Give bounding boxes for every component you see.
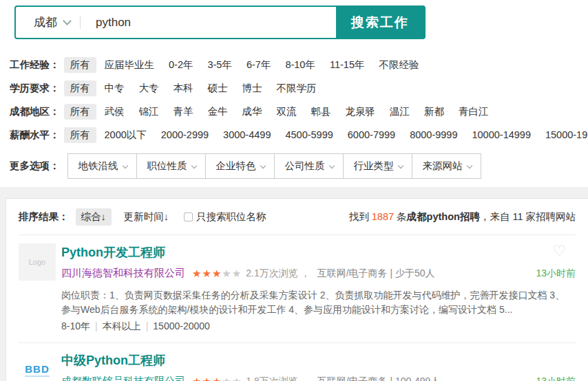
filter-option[interactable]: 所有 (64, 127, 96, 143)
company-logo: Logo (19, 243, 56, 281)
job-education: 本科以上 (103, 320, 141, 331)
job-listing: BBD 中级Python工程师 成都数联铭品科技有限公司 ★★★★★ 1.8万次… (19, 343, 576, 381)
filter-label: 薪酬水平： (10, 129, 60, 142)
job-meta: 8-10年|本科以上|15000-20000 (61, 320, 576, 333)
filter-option[interactable]: 0-2年 (162, 57, 199, 73)
result-keyword: 成都python招聘 (407, 211, 480, 222)
meta-divider: | (95, 320, 98, 331)
filter-option[interactable]: 15000-19999 (539, 128, 588, 142)
summary-tail: 家招聘网站 (523, 211, 576, 222)
filter-option[interactable]: 4500-5999 (279, 128, 339, 142)
filter-option[interactable]: 所有 (64, 80, 96, 96)
dropdown-company-type[interactable]: 公司性质 (274, 153, 344, 179)
filter-option[interactable]: 6-7年 (240, 57, 277, 73)
filter-option[interactable]: 郫县 (305, 104, 337, 120)
job-title-link[interactable]: 中级Python工程师 (61, 352, 165, 369)
filter-option[interactable]: 武侯 (98, 104, 131, 120)
filter-option[interactable]: 温江 (384, 104, 416, 120)
filter-row-experience: 工作经验： 所有 应届毕业生 0-2年 3-5年 6-7年 8-10年 11-1… (10, 57, 588, 72)
chevron-down-icon (122, 162, 127, 168)
company-row: 成都数联铭品科技有限公司 ★★★★★ 1.8万次浏览 ， 互联网/电子商务 | … (61, 375, 576, 381)
results-panel: 排序结果： 综合↓ 更新时间↓ 只搜索职位名称 找到 1887 条成都pytho… (6, 198, 588, 381)
title-only-checkbox-wrap[interactable]: 只搜索职位名称 (184, 210, 266, 224)
filter-option[interactable]: 金牛 (202, 104, 234, 120)
filter-row-salary: 薪酬水平： 所有 2000以下 2000-2999 3000-4499 4500… (10, 127, 588, 142)
search-input[interactable] (81, 7, 336, 38)
filter-row-education: 学历要求： 所有 中专 大专 本科 硕士 博士 不限学历 (10, 80, 588, 96)
filter-option[interactable]: 所有 (64, 57, 96, 73)
filter-option[interactable]: 11-15年 (324, 57, 371, 73)
filter-option[interactable]: 8-10年 (279, 57, 322, 73)
view-count: 1.8万次浏览 ， (246, 375, 310, 381)
filter-option[interactable]: 青羊 (167, 104, 200, 120)
city-selector[interactable]: 成都 (16, 7, 80, 38)
job-title-link[interactable]: Python开发工程师 (61, 244, 165, 261)
filter-option[interactable]: 10000-14999 (465, 128, 536, 142)
filter-option[interactable]: 中专 (98, 80, 131, 96)
favorite-heart-icon[interactable]: ♡ (552, 243, 566, 259)
filter-label: 工作经验： (10, 58, 60, 72)
dropdown-industry-type[interactable]: 行业类型 (343, 153, 412, 179)
filter-option[interactable]: 应届毕业生 (98, 57, 161, 73)
company-link[interactable]: 四川海德智和科技有限公司 (61, 267, 185, 280)
filter-option[interactable]: 新都 (418, 104, 450, 120)
filter-option[interactable]: 3000-4499 (217, 128, 277, 142)
job-experience: 8-10年 (61, 320, 90, 331)
filter-option[interactable]: 博士 (236, 80, 269, 96)
dropdown-label: 职位性质 (147, 160, 187, 173)
filter-label: 成都地区： (10, 105, 60, 118)
search-bar: 成都 搜索工作 (14, 6, 426, 39)
results-region: 排序结果： 综合↓ 更新时间↓ 只搜索职位名称 找到 1887 条成都pytho… (0, 187, 588, 381)
site-count: 11 (512, 211, 523, 222)
checkbox-icon[interactable] (184, 213, 193, 221)
summary-prefix: 找到 (349, 211, 372, 222)
summary-mid: 条 (394, 211, 407, 222)
sort-label: 排序结果： (19, 210, 69, 224)
filter-option[interactable]: 8000-9999 (403, 128, 463, 142)
search-button[interactable]: 搜索工作 (336, 7, 424, 38)
filter-option[interactable]: 锦江 (133, 104, 165, 120)
industry-size: 互联网/电子商务 | 少于50人 (317, 268, 435, 280)
filter-option[interactable]: 硕士 (202, 80, 234, 96)
meta-divider: | (146, 320, 149, 331)
company-logo-text: BBD (25, 363, 50, 377)
filter-option[interactable]: 所有 (64, 104, 96, 120)
filter-option[interactable]: 不限经验 (372, 57, 425, 73)
dropdown-source-site[interactable]: 来源网站 (412, 153, 481, 179)
dropdown-label: 来源网站 (423, 160, 463, 173)
more-options-dropdowns: 地铁沿线 职位性质 企业特色 公司性质 行业类型 来源网站 (68, 153, 481, 179)
dropdown-job-nature[interactable]: 职位性质 (136, 153, 206, 179)
dropdown-label: 企业特色 (216, 160, 256, 173)
company-link[interactable]: 成都数联铭品科技有限公司 (61, 375, 185, 381)
job-main: 中级Python工程师 成都数联铭品科技有限公司 ★★★★★ 1.8万次浏览 ，… (61, 351, 576, 381)
rating-stars-icon: ★★★★★ (192, 268, 242, 280)
filter-option[interactable]: 大专 (133, 80, 165, 96)
industry-size: 互联网/电子商务 | 100-499人 (317, 375, 441, 381)
company-logo-text: Logo (29, 258, 45, 266)
result-count: 1887 (372, 211, 394, 222)
filter-option[interactable]: 本科 (167, 80, 200, 96)
sort-update-time-button[interactable]: 更新时间↓ (118, 208, 174, 226)
chevron-down-icon (466, 162, 472, 168)
job-description: 岗位职责：1、负责网页数据采集任务的分析及采集方案设计 2、负责抓取功能开发与代… (61, 288, 576, 317)
sort-comprehensive-button[interactable]: 综合↓ (76, 208, 112, 226)
result-summary: 找到 1887 条成都python招聘，来自 11 家招聘网站 (349, 210, 576, 224)
filter-option[interactable]: 2000-2999 (155, 128, 215, 142)
filter-option[interactable]: 青白江 (452, 104, 495, 120)
chevron-down-icon (260, 162, 265, 168)
filter-option[interactable]: 龙泉驿 (339, 104, 382, 120)
filter-option[interactable]: 2000以下 (98, 127, 153, 143)
filter-option[interactable]: 不限学历 (271, 80, 323, 96)
job-main: Python开发工程师 四川海德智和科技有限公司 ★★★★★ 2.1万次浏览 ，… (61, 243, 576, 333)
posted-time: 13小时前 (536, 268, 576, 280)
filter-option[interactable]: 3-5年 (201, 57, 238, 73)
dropdown-company-feature[interactable]: 企业特色 (205, 153, 275, 179)
filter-option[interactable]: 成华 (236, 104, 269, 120)
filter-option[interactable]: 双流 (271, 104, 303, 120)
rating-stars-icon: ★★★★★ (192, 375, 242, 381)
dropdown-subway-line[interactable]: 地铁沿线 (67, 153, 137, 179)
filter-option[interactable]: 6000-7999 (342, 128, 401, 142)
more-options-row: 更多选项： 地铁沿线 职位性质 企业特色 公司性质 行业类型 来源网站 (10, 153, 588, 179)
chevron-down-icon (328, 162, 334, 168)
summary-after: ，来自 (480, 211, 513, 222)
